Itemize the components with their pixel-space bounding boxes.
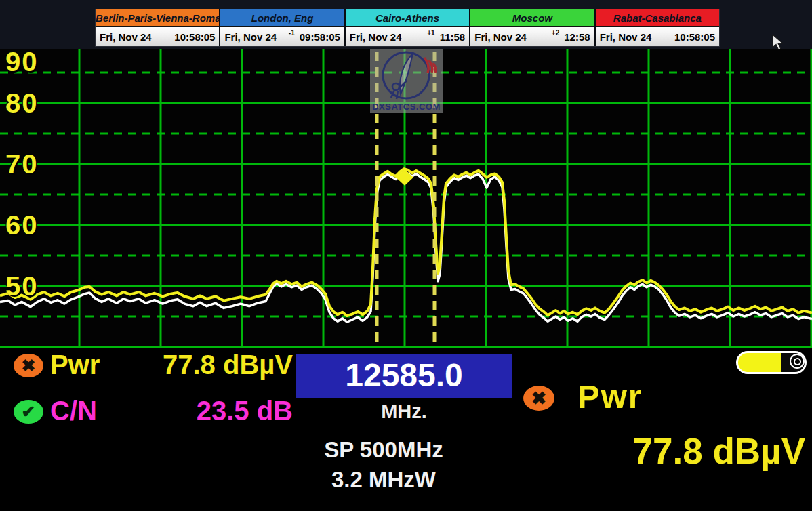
clock-zone: MoscowFri, Nov 24+212:58	[470, 9, 595, 46]
clock-zone-date: Fri, Nov 24	[100, 31, 152, 43]
clock-zone-time: 12:58	[564, 31, 590, 43]
clock-zone: Rabat-CasablancaFri, Nov 2410:58:05	[596, 9, 719, 46]
clock-zone-city: Cairo-Athens	[346, 9, 469, 27]
y-axis-label: 90	[5, 49, 39, 76]
clock-zone-time: 11:58	[440, 31, 466, 43]
check-icon: ✔	[22, 402, 36, 422]
clock-zone-time: 09:58:05	[300, 31, 340, 43]
clock-zone-city: Berlin-Paris-Vienna-Roma	[96, 9, 219, 27]
clock-zone-date: Fri, Nov 24	[600, 31, 652, 43]
toggle-knob-ring-icon	[794, 358, 801, 365]
clock-zone-city: Rabat-Casablanca	[596, 9, 719, 27]
span-readout: SP 500MHz	[276, 437, 491, 463]
clock-zone-time-row: Fri, Nov 24+212:58	[470, 27, 594, 46]
clock-zone-time-row: Fri, Nov 24+111:58	[346, 27, 469, 46]
clock-zone-utc-offset: +1	[427, 29, 434, 37]
top-strip: Berlin-Paris-Vienna-RomaFri, Nov 2410:58…	[0, 0, 812, 49]
clock-zone-date: Fri, Nov 24	[474, 31, 527, 43]
toggle-knob-icon[interactable]	[790, 354, 805, 369]
clock-zone-date: Fri, Nov 24	[224, 31, 277, 43]
y-axis-label: 80	[5, 89, 39, 117]
satellite-dish-logo-icon	[370, 49, 443, 103]
pwr-label-large: Pwr	[577, 377, 643, 415]
live-trace	[0, 169, 812, 316]
bandwidth-readout: 3.2 MHzW	[276, 467, 491, 493]
cn-value: 23.5 dB	[102, 396, 293, 426]
clock-zone-city: London, Eng	[220, 9, 344, 27]
y-axis-label: 60	[5, 211, 39, 239]
clock-zone-date: Fri, Nov 24	[350, 31, 402, 43]
pwr-label: Pwr	[50, 350, 100, 380]
x-icon: ✖	[22, 356, 36, 375]
clock-zone: London, EngFri, Nov 24-109:58:05	[220, 9, 345, 46]
power-toggle[interactable]	[736, 351, 807, 374]
frequency-display[interactable]: 12585.0	[296, 354, 512, 398]
world-clock-bar: Berlin-Paris-Vienna-RomaFri, Nov 2410:58…	[95, 9, 720, 47]
frequency-unit: MHz.	[296, 401, 512, 423]
clock-zone-time-row: Fri, Nov 2410:58:05	[96, 27, 219, 46]
y-axis-label: 50	[5, 272, 39, 300]
cn-label: C/N	[50, 396, 97, 426]
pwr-value: 77.8 dBµV	[102, 350, 293, 380]
clock-zone-time-row: Fri, Nov 24-109:58:05	[220, 27, 344, 46]
clock-zone-time-row: Fri, Nov 2410:58:05	[596, 27, 719, 46]
clock-zone-utc-offset: +2	[552, 29, 559, 37]
clock-zone: Cairo-AthensFri, Nov 24+111:58	[346, 9, 470, 46]
clock-zone-city: Moscow	[470, 9, 594, 27]
spectrum-display: 9080706050 DXSATCS.COM	[0, 49, 812, 348]
clock-zone-time: 10:58:05	[674, 31, 715, 43]
meter-screen: Berlin-Paris-Vienna-RomaFri, Nov 2410:58…	[0, 0, 812, 511]
x-icon: ✖	[531, 388, 547, 409]
clock-zone-utc-offset: -1	[289, 29, 295, 37]
pwr-status-icon: ✖	[14, 354, 43, 377]
cn-status-icon: ✔	[14, 400, 43, 424]
y-axis-label: 70	[5, 150, 39, 178]
clock-zone: Berlin-Paris-Vienna-RomaFri, Nov 2410:58…	[96, 9, 220, 46]
measurement-panel: ✖ Pwr 77.8 dBµV ✔ C/N 23.5 dB 12585.0 MH…	[0, 348, 812, 511]
watermark: DXSATCS.COM	[370, 49, 443, 113]
clock-zone-time: 10:58:05	[174, 31, 215, 43]
watermark-text: DXSATCS.COM	[370, 102, 443, 112]
pwr-value-large: 77.8 dBµV	[474, 430, 805, 472]
pwr-status-icon-large: ✖	[523, 386, 554, 411]
